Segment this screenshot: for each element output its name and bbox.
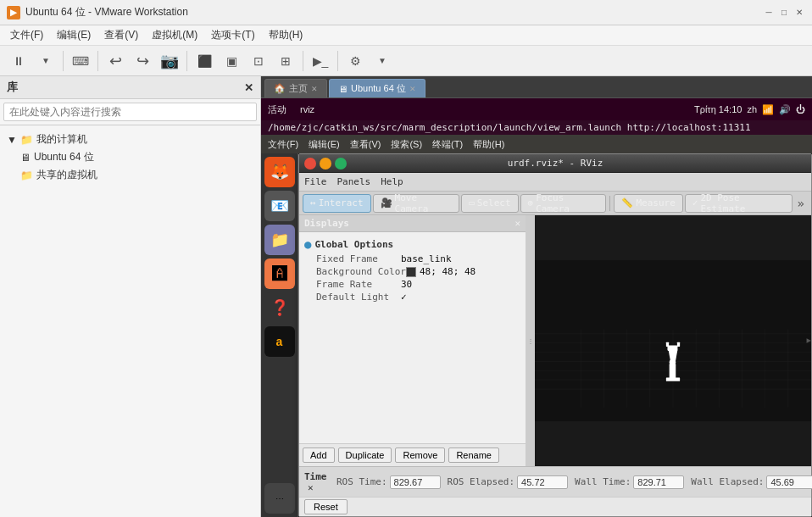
close-button[interactable]: ✕: [793, 7, 805, 19]
app-help[interactable]: ❓: [264, 292, 295, 323]
bg-color-value[interactable]: 48; 48; 48: [406, 266, 476, 277]
ros-elapsed-input[interactable]: [517, 475, 568, 489]
snapshot-3[interactable]: 📷: [158, 49, 181, 73]
tool-move-camera[interactable]: 🎥 Move Camera: [373, 194, 460, 213]
default-light-value[interactable]: ✓: [401, 292, 407, 303]
measure-label: Measure: [636, 197, 675, 208]
wall-time-input[interactable]: [633, 475, 684, 489]
vm-content[interactable]: 活动 rviz Τρίτη 14:10 zh 📶 🔊 ⏻ /home/zjc/c…: [261, 98, 812, 517]
ros-time-label: ROS Time:: [336, 476, 387, 487]
tree-root[interactable]: ▼ 📁 我的计算机: [7, 131, 253, 148]
tool-select[interactable]: ▭ Select: [461, 194, 518, 213]
menu-edit[interactable]: 编辑(E): [50, 26, 97, 44]
display-group-header[interactable]: ● Global Options: [303, 236, 522, 253]
rviz-minimize-button[interactable]: [320, 158, 331, 170]
time-close[interactable]: ✕: [308, 482, 314, 493]
power-button[interactable]: ⏸: [7, 49, 31, 73]
rviz-menu-help[interactable]: Help: [381, 176, 403, 187]
ubuntu-activity[interactable]: 活动: [268, 103, 286, 116]
app-firefox[interactable]: 🦊: [264, 157, 295, 187]
menu-view[interactable]: 查看(V): [97, 26, 145, 44]
duplicate-button[interactable]: Duplicate: [338, 448, 392, 463]
terminal-button[interactable]: ▶_: [309, 49, 332, 73]
wall-elapsed-label: Wall Elapsed:: [691, 476, 764, 487]
rviz-titlebar: urdf.rviz* - RViz: [299, 154, 811, 173]
app-software[interactable]: 🅰: [264, 258, 295, 289]
sidebar-close-button[interactable]: ✕: [244, 81, 253, 94]
power-dropdown[interactable]: ▼: [34, 49, 58, 73]
settings-button[interactable]: ⚙: [343, 49, 367, 73]
ubuntu-work-area[interactable]: robot_state_publisher (robot_state_publi…: [298, 153, 812, 517]
app-email[interactable]: 📧: [264, 191, 295, 221]
frame-rate-value[interactable]: 30: [401, 279, 412, 290]
app-files[interactable]: 📁: [264, 225, 295, 255]
menu-help[interactable]: 帮助(H): [262, 26, 310, 44]
snapshot-2[interactable]: ↪: [131, 49, 154, 73]
rviz-menu-file[interactable]: File: [304, 176, 327, 187]
rviz-menu-panels[interactable]: Panels: [337, 176, 371, 187]
tool-focus-camera[interactable]: ⊕ Focus Camera: [520, 194, 607, 213]
ubuntu-menu-search[interactable]: 搜索(S): [391, 138, 422, 151]
view-auto[interactable]: ⊞: [274, 49, 298, 73]
tab-ubuntu[interactable]: 🖥 Ubuntu 64 位 ✕: [329, 79, 425, 97]
vmware-menubar: 文件(F) 编辑(E) 查看(V) 虚拟机(M) 选项卡(T) 帮助(H): [0, 25, 812, 46]
terminal-path-text: /home/zjc/catkin_ws/src/marm_description…: [268, 122, 751, 133]
menu-vm[interactable]: 虚拟机(M): [145, 26, 204, 44]
remove-button[interactable]: Remove: [395, 448, 445, 463]
app-amazon[interactable]: a: [264, 326, 295, 357]
ubuntu-menu-edit[interactable]: 编辑(E): [309, 138, 340, 151]
displays-panel: Displays ✕ ● Global Options: [299, 215, 526, 466]
app-grid[interactable]: ⋯: [264, 483, 295, 514]
tool-measure[interactable]: 📏 Measure: [614, 194, 682, 213]
ubuntu-menu-help[interactable]: 帮助(H): [473, 138, 504, 151]
group-bullet: ●: [304, 237, 311, 251]
tree-children: 🖥 Ubuntu 64 位 📁 共享的虚拟机: [7, 148, 253, 184]
displays-close[interactable]: ✕: [514, 218, 520, 229]
select-label: Select: [477, 197, 511, 208]
wall-elapsed-input[interactable]: [766, 475, 812, 489]
reset-button[interactable]: Reset: [304, 499, 348, 514]
ubuntu-desktop: 活动 rviz Τρίτη 14:10 zh 📶 🔊 ⏻ /home/zjc/c…: [261, 98, 812, 517]
search-input[interactable]: [3, 103, 257, 121]
displays-content[interactable]: ● Global Options Fixed Frame base_link: [299, 232, 526, 443]
add-button[interactable]: Add: [303, 448, 335, 463]
tool-more[interactable]: »: [794, 195, 808, 212]
interact-label: Interact: [319, 197, 364, 208]
ubuntu-label: Ubuntu 64 位: [34, 150, 94, 164]
vmware-titlebar: ▶ Ubuntu 64 位 - VMware Workstation ─ □ ✕: [0, 0, 812, 25]
snapshot-1[interactable]: ↩: [103, 49, 127, 73]
rviz-resize-handle[interactable]: ⋮: [526, 215, 535, 466]
tool-pose-estimate[interactable]: ✓ 2D Pose Estimate: [685, 194, 793, 213]
tab-home[interactable]: 🏠 主页 ✕: [264, 79, 327, 97]
time-panel: Time ✕ ROS Time: ROS Elapsed:: [299, 466, 811, 497]
tool-interact[interactable]: ↔ Interact: [303, 194, 371, 213]
sidebar-item-shared[interactable]: 📁 共享的虚拟机: [20, 166, 253, 184]
fixed-frame-value[interactable]: base_link: [401, 253, 452, 264]
toolbar-separator-2: [97, 51, 98, 71]
ubuntu-menu-view[interactable]: 查看(V): [350, 138, 381, 151]
send-ctrl-alt-del[interactable]: ⌨: [69, 49, 92, 73]
frame-rate-label: Frame Rate: [316, 279, 401, 290]
view-full[interactable]: ⬛: [192, 49, 216, 73]
maximize-button[interactable]: □: [778, 7, 790, 19]
ubuntu-menu-file[interactable]: 文件(F): [268, 138, 298, 151]
minimize-button[interactable]: ─: [763, 7, 775, 19]
view-unity[interactable]: ▣: [220, 49, 243, 73]
rviz-3d-view[interactable]: [535, 215, 811, 466]
menu-tabs[interactable]: 选项卡(T): [204, 26, 261, 44]
sidebar-item-ubuntu[interactable]: 🖥 Ubuntu 64 位: [20, 148, 253, 166]
ubuntu-menu-terminal[interactable]: 终端(T): [432, 138, 463, 151]
ubuntu-topbar: 活动 rviz Τρίτη 14:10 zh 📶 🔊 ⏻: [261, 98, 812, 120]
wall-time-label: Wall Time:: [575, 476, 631, 487]
rename-button[interactable]: Rename: [448, 448, 499, 463]
tab-ubuntu-close[interactable]: ✕: [409, 85, 416, 93]
view-custom[interactable]: ⊡: [247, 49, 270, 73]
rviz-close-button[interactable]: [304, 158, 316, 170]
toolbar-separator-4: [303, 51, 303, 71]
default-light-label: Default Light: [316, 292, 401, 303]
menu-file[interactable]: 文件(F): [3, 26, 50, 44]
rviz-maximize-button[interactable]: [335, 158, 347, 170]
ros-time-input[interactable]: [390, 475, 441, 489]
settings-dropdown[interactable]: ▼: [370, 49, 394, 73]
tab-home-close[interactable]: ✕: [311, 85, 318, 93]
